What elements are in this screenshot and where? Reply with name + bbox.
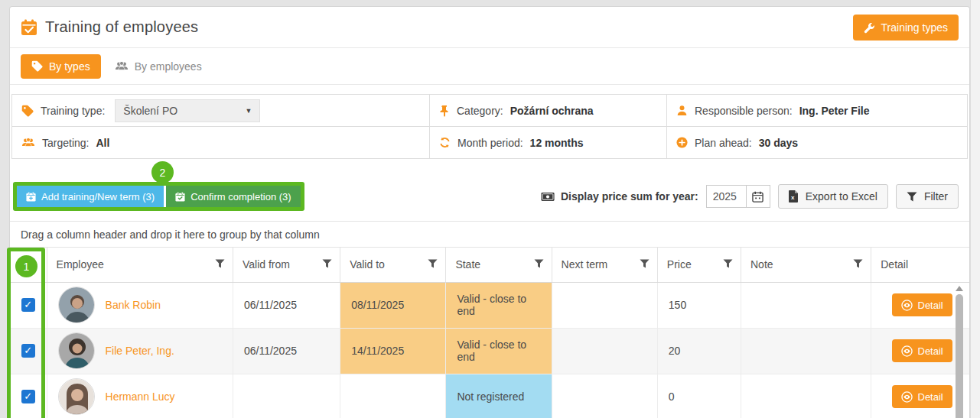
price-cell: 150 (657, 282, 741, 328)
responsible-cell: Responsible person: Ing. Peter File (667, 95, 967, 127)
col-header-valid-to[interactable]: Valid to (340, 248, 446, 282)
filter-button[interactable]: Filter (896, 184, 959, 209)
svg-text:x: x (791, 194, 795, 201)
detail-button[interactable]: Detail (892, 385, 952, 408)
eye-icon (901, 391, 913, 403)
tab-by-types[interactable]: By types (21, 54, 101, 79)
eye-icon (901, 300, 913, 311)
training-types-button[interactable]: Training types (853, 15, 959, 41)
employee-link[interactable]: Hermann Lucy (106, 390, 175, 403)
info-panel: Training type: Školení PO ▼ Category: Po… (11, 94, 968, 159)
note-cell (741, 374, 871, 418)
training-type-value: Školení PO (123, 105, 177, 117)
row-checkbox[interactable]: ✓ (21, 298, 35, 312)
detail-button[interactable]: Detail (892, 339, 952, 362)
funnel-icon (907, 192, 917, 202)
refresh-icon (439, 137, 451, 148)
filter-funnel-icon[interactable] (534, 259, 544, 268)
group-drop-zone[interactable]: Drag a column header and drop it here to… (10, 221, 969, 248)
calendar-check-icon (21, 19, 37, 36)
wrench-icon (864, 22, 875, 34)
tab-by-employees[interactable]: By employees (115, 60, 202, 73)
filter-funnel-icon[interactable] (640, 259, 650, 268)
avatar (58, 332, 95, 369)
targeting-cell: Targeting: All (12, 127, 430, 159)
col-header-state[interactable]: State (446, 248, 552, 282)
drag-hint-text: Drag a column header and drop it here to… (21, 228, 320, 241)
plus-circle-icon (676, 137, 688, 148)
col-header-next-term[interactable]: Next term (552, 248, 657, 282)
training-types-label: Training types (881, 21, 948, 34)
price-cell: 0 (657, 374, 741, 418)
employee-link[interactable]: Bank Robin (106, 299, 161, 311)
valid-to-cell: 08/11/2025 (340, 282, 446, 328)
targeting-label: Targeting: (42, 137, 89, 149)
main-card: Training of employees Training types By … (9, 6, 970, 418)
responsible-value: Ing. Peter File (799, 105, 870, 117)
pin-icon (439, 105, 450, 117)
price-sum-label: Display price sum for year: (561, 190, 698, 203)
month-period-cell: Month period: 12 months (430, 127, 667, 159)
valid-from-cell (233, 374, 340, 418)
select-all-header[interactable] (10, 248, 47, 282)
tab-by-types-label: By types (49, 60, 90, 73)
calendar-picker-icon[interactable] (746, 185, 770, 208)
filter-funnel-icon[interactable] (723, 259, 733, 268)
plan-ahead-label: Plan ahead: (695, 137, 752, 149)
tag-icon (31, 60, 43, 72)
filter-funnel-icon[interactable] (322, 259, 332, 268)
row-checkbox[interactable]: ✓ (21, 390, 35, 403)
state-cell: Valid - close to end (446, 282, 552, 328)
col-header-valid-from[interactable]: Valid from (233, 248, 340, 282)
next-term-cell (552, 328, 657, 374)
training-type-label: Training type: (41, 105, 105, 117)
tab-by-employees-label: By employees (135, 60, 202, 73)
tag-icon (21, 105, 34, 117)
year-input[interactable] (706, 185, 746, 208)
note-cell (741, 282, 871, 328)
category-value: Požární ochrana (510, 105, 594, 117)
filter-funnel-icon[interactable] (428, 259, 438, 268)
confirm-completion-label: Confirm completion (3) (190, 191, 291, 203)
page-scrollbar[interactable] (970, 0, 980, 418)
eye-icon (901, 345, 913, 357)
row-checkbox[interactable]: ✓ (21, 344, 35, 358)
export-excel-label: Export to Excel (806, 190, 877, 203)
grid: 1 Employee Valid from Valid to State (10, 248, 969, 418)
scrollbar-thumb[interactable] (956, 294, 963, 418)
table-row: ✓ Bank Robin 06/11/2025 08/11/2025 Valid… (10, 282, 969, 328)
filter-funnel-icon[interactable] (215, 259, 225, 268)
add-training-button[interactable]: Add training/New term (3) (17, 186, 164, 207)
people-icon (21, 137, 35, 148)
year-group (706, 185, 770, 208)
price-cell: 20 (657, 328, 741, 374)
toolbar: 2 Add training/New term (3) (10, 178, 969, 215)
filter-label: Filter (924, 190, 948, 203)
page-title: Training of employees (45, 18, 198, 36)
col-header-price[interactable]: Price (657, 248, 741, 282)
state-cell: Not registered (446, 374, 552, 418)
training-type-dropdown[interactable]: Školení PO ▼ (115, 99, 260, 122)
annotation-badge-2: 2 (151, 161, 174, 183)
confirm-completion-button[interactable]: Confirm completion (3) (166, 186, 301, 207)
col-header-employee[interactable]: Employee (47, 248, 233, 282)
tabs-row: By types By employees (10, 48, 969, 85)
grid-header-row: Employee Valid from Valid to State Next … (10, 248, 969, 282)
col-header-note[interactable]: Note (741, 248, 871, 282)
detail-button[interactable]: Detail (892, 293, 952, 316)
category-cell: Category: Požární ochrana (430, 95, 667, 127)
valid-from-cell: 06/11/2025 (233, 328, 340, 374)
next-term-cell (552, 282, 657, 328)
highlight-box-2: 2 Add training/New term (3) (13, 182, 304, 211)
export-excel-button[interactable]: x Export to Excel (778, 184, 888, 209)
people-icon (115, 60, 129, 72)
employee-link[interactable]: File Peter, Ing. (106, 345, 174, 357)
title-row: Training of employees Training types (10, 7, 969, 48)
banknote-icon (541, 192, 555, 202)
grid-scrollbar[interactable] (955, 286, 963, 418)
next-term-cell (552, 374, 657, 418)
category-label: Category: (457, 105, 503, 117)
filter-funnel-icon[interactable] (853, 259, 863, 268)
scroll-up-icon[interactable] (956, 286, 963, 291)
chevron-down-icon: ▼ (245, 107, 252, 115)
